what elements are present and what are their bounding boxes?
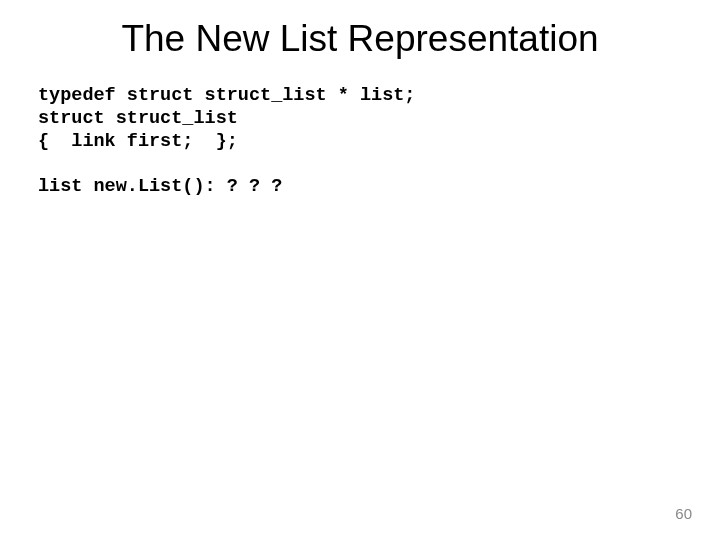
code-line-4: list new.List(): ? ? ? bbox=[38, 175, 720, 198]
page-number: 60 bbox=[675, 505, 692, 522]
code-line-2: struct struct_list bbox=[38, 108, 238, 129]
code-block: typedef struct struct_list * list; struc… bbox=[0, 70, 720, 199]
code-line-3: { link first; }; bbox=[38, 131, 238, 152]
code-line-1: typedef struct struct_list * list; bbox=[38, 85, 415, 106]
slide: The New List Representation typedef stru… bbox=[0, 0, 720, 540]
slide-title: The New List Representation bbox=[0, 0, 720, 70]
